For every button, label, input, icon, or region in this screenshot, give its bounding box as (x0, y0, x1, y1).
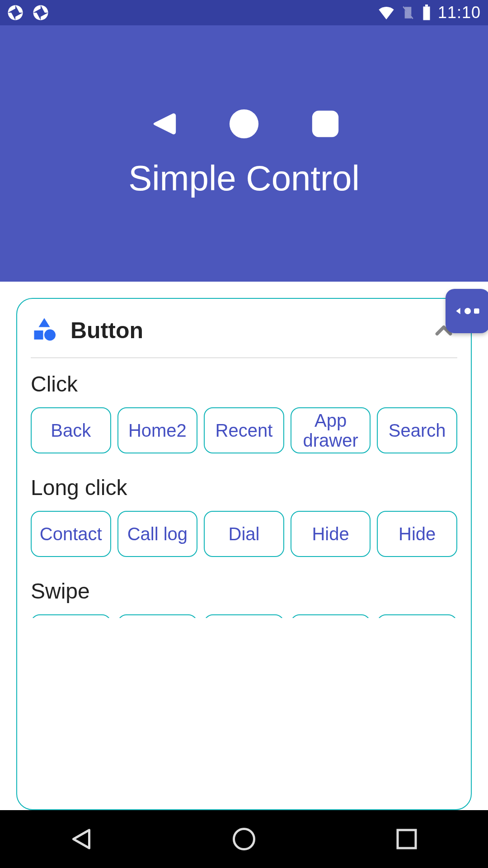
button-card: Button Click Back Home2 Recent App drawe… (16, 298, 472, 810)
nav-home-button[interactable] (230, 826, 258, 853)
shapes-icon (31, 317, 58, 344)
nav-recent-button[interactable] (393, 826, 420, 853)
battery-icon (421, 5, 432, 21)
chip-peek[interactable] (291, 614, 371, 618)
chip-back[interactable]: Back (31, 407, 111, 453)
status-left (7, 5, 49, 21)
chip-label: Contact (40, 524, 102, 544)
section-label-click: Click (31, 372, 457, 396)
chip-contact[interactable]: Contact (31, 511, 111, 557)
chip-label: Hide (399, 524, 436, 544)
aperture-icon (7, 5, 23, 21)
chip-label: Dial (229, 524, 260, 544)
recent-square-icon (310, 108, 341, 140)
chip-recent[interactable]: Recent (204, 407, 284, 453)
status-right: 11:10 (377, 3, 481, 22)
chip-label: Hide (312, 524, 349, 544)
svg-rect-14 (398, 830, 416, 848)
nav-home-icon (230, 826, 258, 853)
section-label-swipe: Swipe (31, 579, 457, 604)
nav-back-button[interactable] (68, 826, 95, 853)
chip-search[interactable]: Search (377, 407, 457, 453)
chip-hide-1[interactable]: Hide (291, 511, 371, 557)
chip-peek[interactable] (31, 614, 111, 618)
card-title: Button (70, 317, 143, 344)
home-circle-icon (228, 108, 260, 140)
section-label-longclick: Long click (31, 475, 457, 500)
chip-hide-2[interactable]: Hide (377, 511, 457, 557)
svg-marker-7 (39, 318, 50, 327)
chip-row-longclick: Contact Call log Dial Hide Hide (31, 511, 457, 557)
svg-rect-4 (425, 5, 428, 7)
svg-marker-10 (456, 308, 460, 314)
card-header[interactable]: Button (31, 317, 457, 358)
svg-point-5 (230, 109, 258, 138)
svg-point-11 (465, 308, 471, 314)
chip-label: Call log (127, 524, 188, 544)
nav-back-icon (68, 826, 95, 853)
chip-label: Back (51, 420, 91, 440)
system-navbar (0, 810, 488, 868)
svg-rect-12 (474, 308, 479, 314)
chip-label: App drawer (295, 410, 366, 450)
back-triangle-icon (147, 108, 178, 140)
header-title: Simple Control (128, 158, 360, 199)
chip-app-drawer[interactable]: App drawer (291, 407, 371, 453)
chip-call-log[interactable]: Call log (117, 511, 198, 557)
status-time: 11:10 (438, 3, 481, 22)
chip-row-click: Back Home2 Recent App drawer Search (31, 407, 457, 453)
status-bar: 11:10 (0, 0, 488, 25)
svg-rect-8 (34, 330, 43, 340)
svg-point-13 (234, 829, 254, 849)
chip-label: Recent (216, 420, 273, 440)
aperture-icon (33, 5, 49, 21)
wifi-icon (377, 4, 395, 22)
chip-label: Search (389, 420, 446, 440)
chip-peek[interactable] (117, 614, 198, 618)
svg-point-9 (44, 330, 56, 341)
floating-control-button[interactable] (446, 289, 488, 333)
svg-rect-6 (312, 111, 338, 137)
chip-label: Home2 (128, 420, 187, 440)
chip-dial[interactable]: Dial (204, 511, 284, 557)
content-area: Button Click Back Home2 Recent App drawe… (0, 282, 488, 810)
chip-peek[interactable] (204, 614, 284, 618)
chip-peek[interactable] (377, 614, 457, 618)
chip-home2[interactable]: Home2 (117, 407, 198, 453)
header-icons (147, 108, 341, 140)
sim-icon (401, 5, 415, 21)
chip-row-swipe-peek (31, 614, 457, 618)
svg-rect-3 (423, 7, 430, 20)
header-panel: Simple Control (0, 25, 488, 282)
mini-nav-icon (455, 307, 480, 316)
nav-recent-icon (393, 826, 420, 853)
